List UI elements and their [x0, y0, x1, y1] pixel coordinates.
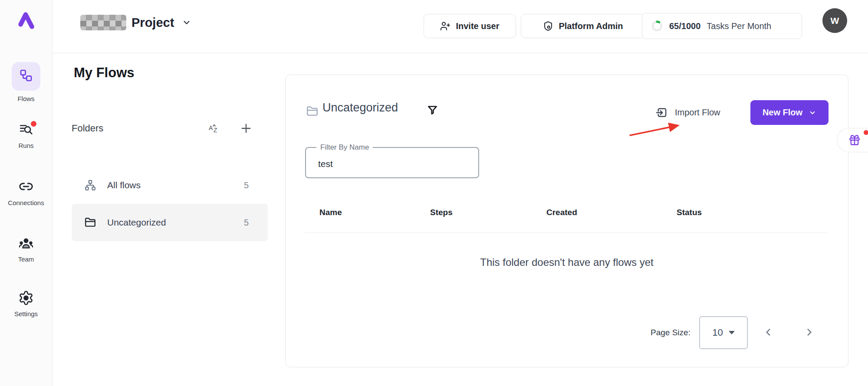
workflow-icon	[19, 69, 33, 84]
page-title: My Flows	[74, 65, 135, 81]
empty-state-message: This folder doesn't have any flows yet	[286, 256, 848, 268]
search-logs-icon	[0, 122, 52, 137]
flows-panel: Uncategorized Import Flow New Flow	[285, 75, 848, 367]
page-size-value: 10	[712, 327, 723, 338]
redacted-project-name	[80, 15, 126, 30]
column-header-created: Created	[546, 208, 577, 217]
funnel-filter-icon[interactable]	[427, 105, 438, 116]
chevron-down-icon	[182, 18, 191, 27]
progress-ring-icon	[651, 20, 663, 32]
folder-item-count: 5	[244, 180, 249, 190]
sidebar-item-label: Runs	[0, 142, 52, 149]
sidebar-item-runs[interactable]: Runs	[0, 122, 52, 149]
folder-item-uncategorized[interactable]: Uncategorized 5	[72, 204, 268, 241]
tasks-usage-badge[interactable]: 65/1000 Tasks Per Month	[642, 13, 802, 39]
import-flow-button[interactable]: Import Flow	[655, 103, 720, 122]
caret-down-icon	[729, 331, 735, 334]
sidebar-item-flows[interactable]: Flows	[0, 62, 52, 102]
sidebar-item-settings[interactable]: Settings	[0, 290, 52, 317]
folders-label: Folders	[72, 123, 208, 134]
filter-by-name-field: Filter By Name	[305, 147, 479, 178]
avatar-initial: W	[831, 16, 839, 26]
flows-active-tile	[12, 62, 40, 91]
platform-admin-button[interactable]: Platform Admin	[521, 14, 645, 38]
sidebar-item-team[interactable]: Team	[0, 236, 52, 263]
invite-user-label: Invite user	[456, 21, 499, 31]
folder-icon	[306, 105, 318, 117]
add-folder-button[interactable]	[240, 122, 252, 134]
column-header-name: Name	[319, 208, 342, 217]
red-annotation-arrow	[628, 120, 693, 141]
folder-item-name: Uncategorized	[107, 217, 166, 228]
platform-admin-label: Platform Admin	[559, 21, 623, 31]
gear-icon	[0, 290, 52, 306]
filter-by-name-input[interactable]	[306, 148, 478, 177]
new-flow-label: New Flow	[763, 108, 802, 118]
tasks-usage-label: Tasks Per Month	[707, 21, 771, 31]
whats-new-gift-button[interactable]	[837, 128, 868, 152]
page-size-select[interactable]: 10	[699, 316, 748, 349]
chevron-down-icon	[809, 109, 816, 117]
sidebar-item-connections[interactable]: Connections	[0, 179, 52, 206]
folder-item-all-flows[interactable]: All flows 5	[72, 167, 268, 204]
link-icon	[0, 179, 52, 194]
svg-text:A: A	[209, 124, 213, 131]
import-flow-label: Import Flow	[675, 108, 720, 118]
next-page-button[interactable]	[803, 327, 815, 338]
shield-icon	[543, 21, 553, 31]
folder-item-count: 5	[244, 218, 249, 228]
user-avatar[interactable]: W	[822, 8, 847, 33]
tasks-usage-value: 65/1000	[669, 21, 700, 31]
sort-az-icon[interactable]: A Z	[208, 122, 220, 134]
sidebar-item-label: Flows	[0, 95, 52, 102]
runs-notification-dot	[31, 121, 36, 127]
sidebar: Flows Runs Connections	[0, 0, 53, 386]
activepieces-logo-icon[interactable]	[15, 10, 36, 31]
sidebar-item-label: Team	[0, 255, 52, 263]
svg-text:Z: Z	[214, 127, 217, 134]
project-switcher[interactable]: Project	[80, 12, 191, 33]
sidebar-item-label: Settings	[0, 310, 52, 317]
sidebar-item-label: Connections	[0, 199, 52, 206]
new-flow-button[interactable]: New Flow	[750, 100, 829, 125]
previous-page-button[interactable]	[763, 327, 774, 338]
folder-icon	[85, 217, 96, 228]
gift-notification-dot	[864, 130, 868, 135]
panel-title: Uncategorized	[322, 101, 398, 114]
gift-icon	[848, 134, 861, 146]
app-window: Flows Runs Connections	[0, 0, 868, 386]
folders-header: Folders A Z	[72, 120, 268, 137]
column-header-steps: Steps	[430, 208, 453, 217]
folder-item-name: All flows	[107, 180, 141, 190]
network-hierarchy-icon	[85, 180, 96, 191]
header-divider	[53, 53, 868, 53]
user-plus-icon	[440, 21, 450, 31]
project-name-label: Project	[132, 16, 174, 30]
page-size-label: Page Size:	[651, 328, 690, 337]
column-header-status: Status	[677, 208, 702, 217]
users-icon	[0, 236, 52, 251]
invite-user-button[interactable]: Invite user	[424, 14, 516, 38]
table-header-divider	[305, 232, 829, 233]
import-box-arrow-icon	[655, 106, 668, 119]
